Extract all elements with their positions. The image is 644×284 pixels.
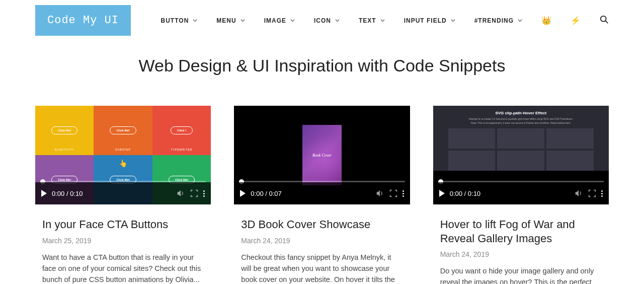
fullscreen-icon[interactable] [190, 189, 198, 197]
chevron-down-icon [290, 18, 295, 23]
hand-icon: 👆 [119, 159, 127, 167]
nav-label: TEXT [359, 17, 376, 24]
svg-point-0 [601, 16, 606, 21]
svg-line-1 [606, 21, 608, 23]
grid-cell [497, 128, 544, 149]
card-preview[interactable]: Book Cover 0:00 / 0:07 [234, 106, 410, 204]
play-icon[interactable] [240, 190, 246, 197]
card-body: 3D Book Cover Showcase March 24, 2019 Ch… [234, 204, 410, 284]
volume-icon[interactable] [375, 189, 384, 198]
chevron-down-icon [380, 18, 385, 23]
bolt-icon[interactable]: ⚡ [571, 16, 581, 25]
video-time: 0:00 / 0:10 [52, 190, 83, 197]
card-description: Do you want o hide your image gallery an… [440, 265, 602, 284]
card-preview[interactable]: SVG clip-path Hover Effect Attempt to re… [433, 106, 609, 204]
fullscreen-icon[interactable] [389, 189, 397, 197]
cell-label: TYPEWRITER [171, 148, 193, 151]
page-title: Web Design & UI Inspiration with Code Sn… [0, 56, 644, 76]
play-icon[interactable] [439, 190, 445, 197]
card-date: March 24, 2019 [440, 250, 602, 258]
cta-btn: Click Me! [110, 126, 136, 134]
play-icon[interactable] [41, 190, 47, 197]
video-time: 0:00 / 0:07 [251, 190, 281, 197]
card-title[interactable]: In your Face CTA Buttons [42, 218, 204, 232]
video-controls: 0:00 / 0:10 [433, 182, 609, 204]
preview-title: SVG clip-path Hover Effect [448, 111, 594, 115]
grid-cell [497, 151, 544, 171]
volume-icon[interactable] [574, 189, 583, 198]
preview-cell: Click !TYPEWRITER [152, 106, 211, 155]
nav-image[interactable]: IMAGE [264, 17, 295, 24]
volume-icon[interactable] [176, 189, 185, 198]
nav-label: IMAGE [264, 17, 286, 24]
nav-label: INPUT FIELD [404, 17, 447, 24]
fullscreen-icon[interactable] [588, 189, 596, 197]
book-cover: Book Cover [302, 125, 342, 185]
preview-subtitle: Attempt to re-create CJ Gammon's portfol… [448, 117, 594, 120]
nav-button[interactable]: BUTTON [161, 17, 198, 24]
card-title[interactable]: 3D Book Cover Showcase [241, 218, 403, 232]
video-controls: 0:00 / 0:07 [234, 182, 410, 204]
chevron-down-icon [518, 18, 522, 23]
preview-cell: Click Me!DUBSTEP [94, 106, 152, 155]
chevron-down-icon [451, 18, 455, 23]
chevron-down-icon [193, 18, 197, 23]
more-icon[interactable] [203, 190, 205, 197]
card: Book Cover 0:00 / 0:07 3D Book Cover Sho… [234, 106, 410, 284]
main-nav: BUTTON MENU IMAGE ICON TEXT INPUT FIELD … [161, 15, 609, 26]
video-time: 0:00 / 0:10 [450, 190, 480, 197]
nav-text[interactable]: TEXT [359, 17, 385, 24]
card-grid: Click Me!ELASTICITY Click Me!DUBSTEP Cli… [0, 106, 644, 284]
nav-icon[interactable]: ICON [314, 17, 340, 24]
nav-label: MENU [216, 17, 236, 24]
card-body: In your Face CTA Buttons March 25, 2019 … [35, 204, 211, 284]
more-icon[interactable] [403, 190, 404, 197]
preview-content: SVG clip-path Hover Effect Attempt to re… [433, 106, 609, 171]
card: Click Me!ELASTICITY Click Me!DUBSTEP Cli… [35, 106, 211, 284]
nav-label: #TRENDING [474, 17, 514, 24]
crown-icon[interactable]: 👑 [541, 16, 551, 25]
cta-btn: Click Me! [51, 126, 77, 134]
logo[interactable]: Code My UI [35, 5, 131, 36]
video-controls: 0:00 / 0:10 [35, 182, 211, 204]
nav-menu[interactable]: MENU [216, 17, 245, 24]
cell-label: ELASTICITY [55, 148, 74, 151]
preview-subtitle: Note: This is an experiment, it does not… [448, 121, 594, 124]
card-date: March 25, 2019 [42, 237, 204, 245]
cell-label: DUBSTEP [115, 148, 131, 151]
grid-cell [546, 151, 594, 171]
nav-label: BUTTON [161, 17, 189, 24]
more-icon[interactable] [601, 190, 603, 197]
card-preview[interactable]: Click Me!ELASTICITY Click Me!DUBSTEP Cli… [35, 106, 211, 204]
chevron-down-icon [240, 18, 245, 23]
card-description: Checkout this fancy snippet by Anya Meln… [241, 252, 403, 285]
grid-cell [448, 128, 496, 149]
nav-input-field[interactable]: INPUT FIELD [404, 17, 455, 24]
nav-trending[interactable]: #TRENDING [474, 17, 522, 24]
grid-cell [546, 128, 594, 149]
chevron-down-icon [335, 18, 340, 23]
nav-label: ICON [314, 17, 331, 24]
preview-cell: Click Me!ELASTICITY [35, 106, 94, 155]
book-title: Book Cover [312, 153, 332, 158]
card-description: Want to have a CTA button that is really… [42, 252, 204, 285]
card-body: Hover to lift Fog of War and Reveal Gall… [433, 204, 609, 284]
grid-cell [448, 151, 496, 171]
card-title[interactable]: Hover to lift Fog of War and Reveal Gall… [440, 218, 602, 245]
card: SVG clip-path Hover Effect Attempt to re… [433, 106, 609, 284]
preview-grid [448, 128, 594, 171]
search-icon[interactable] [600, 15, 609, 26]
card-date: March 24, 2019 [241, 237, 403, 245]
cta-btn: Click ! [171, 126, 193, 134]
